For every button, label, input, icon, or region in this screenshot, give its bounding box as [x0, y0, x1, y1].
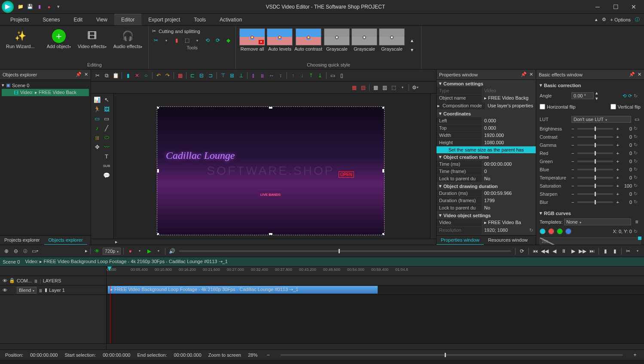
tl-zoom-in-icon[interactable]: ⊕	[3, 247, 10, 255]
fx-green-slider[interactable]	[577, 161, 613, 162]
prop-time-ms[interactable]: Time (ms)00:00:00.000	[436, 161, 536, 168]
move-icon[interactable]: ✥	[93, 143, 101, 151]
prop-top[interactable]: Top0.000	[436, 124, 536, 132]
slider-plus[interactable]: +	[617, 159, 619, 164]
prop-dur-frames[interactable]: Duration (frames)1799	[436, 197, 536, 204]
rgb-curves-header[interactable]: ▾RGB curves	[540, 209, 641, 217]
trim-icon[interactable]: ▮	[173, 36, 180, 44]
timeline-hscroll[interactable]	[107, 344, 644, 349]
volume-slider[interactable]	[179, 250, 511, 252]
slider-minus[interactable]: −	[571, 183, 574, 188]
templates-dropdown[interactable]: None	[564, 218, 631, 225]
fx-gamma-slider[interactable]	[577, 144, 613, 146]
rect-icon[interactable]: ▭	[102, 114, 111, 123]
panel-close-icon[interactable]: ✕	[84, 72, 88, 77]
tl-zoom-out-icon[interactable]: ⊖	[12, 247, 20, 255]
audio-effects-button[interactable]: 🎧 Audio effects	[111, 28, 145, 61]
paste-icon[interactable]: 📋	[112, 72, 119, 79]
angle-reset-icon[interactable]: ↻	[634, 93, 641, 99]
tab-properties-window[interactable]: Properties window	[436, 236, 484, 245]
move-down-icon[interactable]: ↓	[298, 72, 306, 79]
view-group-icon[interactable]: ▦	[350, 84, 358, 91]
align-top-icon[interactable]: ⊤	[219, 72, 227, 79]
tab-resources-window[interactable]: Resources window	[484, 236, 532, 245]
redo-icon[interactable]: ↷	[164, 72, 171, 79]
play-dropdown[interactable]	[155, 247, 162, 255]
vflip-checkbox[interactable]: Vertical flip	[610, 104, 641, 109]
panel-close-icon[interactable]: ✕	[529, 72, 533, 77]
ungroup-icon[interactable]: ▯	[338, 72, 345, 79]
sprite-icon[interactable]: 🏃	[93, 105, 101, 113]
slider-minus[interactable]: −	[571, 159, 574, 164]
style-auto-levels[interactable]: Auto levels	[267, 28, 293, 61]
hflip-checkbox[interactable]: Horizontal flip	[540, 104, 576, 109]
slider-minus[interactable]: −	[571, 191, 574, 197]
style-grayscale-2[interactable]: Grayscale	[351, 28, 377, 61]
razor-icon[interactable]: ✂	[152, 36, 160, 44]
fx-saturation-slider[interactable]	[577, 185, 613, 187]
sel-all-icon[interactable]: ▦	[176, 72, 184, 79]
slider-plus[interactable]: +	[617, 191, 619, 197]
prop-left[interactable]: Left0.000	[436, 117, 536, 124]
angle-spinner[interactable]: ▴▾	[595, 90, 598, 101]
close-button[interactable]: ✕	[625, 1, 642, 13]
fx-red-reset-icon[interactable]: ↻	[634, 150, 641, 156]
slider-minus[interactable]: −	[571, 126, 574, 131]
align-middle-icon[interactable]: ⊞	[228, 72, 236, 79]
composition-label[interactable]: COM...	[17, 278, 32, 283]
canvas-collapse-icon[interactable]: ▸	[113, 239, 119, 245]
prop-dur-ms[interactable]: Duration (ms)00:00:59.966	[436, 190, 536, 197]
tab-objects-explorer[interactable]: Objects explorer	[44, 236, 87, 245]
qat-rec-icon[interactable]: ●	[46, 3, 52, 10]
tree-video-row[interactable]: 🎞 Video: ▸ FREE Video Back	[2, 89, 89, 96]
fx-sharpen-reset-icon[interactable]: ↻	[634, 191, 641, 197]
slider-plus[interactable]: +	[617, 183, 619, 188]
rgb-channel-blue[interactable]	[565, 228, 571, 234]
play2-icon[interactable]: ▶	[569, 247, 577, 255]
menu-editor[interactable]: Editor	[114, 14, 141, 25]
rec-icon[interactable]: ●	[126, 247, 134, 255]
eye-col-icon[interactable]: 👁	[3, 278, 7, 283]
video-settings-header[interactable]: ▾Video object settings	[436, 212, 536, 219]
slider-plus[interactable]: +	[617, 167, 619, 172]
tree-scene-row[interactable]: ▾ ▣ Scene 0	[2, 82, 89, 89]
scene-tab[interactable]: Scene 0	[3, 259, 25, 264]
fx-sharpen-slider[interactable]	[577, 193, 613, 195]
styles-scroll-down[interactable]: ▾	[408, 46, 416, 54]
tl-expand-icon[interactable]: ▸	[85, 248, 88, 254]
pin-icon[interactable]: 📌	[76, 72, 82, 77]
slider-minus[interactable]: −	[571, 134, 574, 140]
prop-object-name[interactable]: Object name▸ FREE Video Backg	[436, 94, 536, 102]
preview-eye-icon[interactable]: 👁	[93, 247, 101, 255]
marker1-icon[interactable]: ▮	[601, 247, 609, 255]
tl-view-icon[interactable]: ▭	[31, 247, 39, 255]
canvas-vscroll[interactable]	[430, 94, 436, 239]
image-icon[interactable]: 🖼	[102, 105, 111, 113]
menu-edit[interactable]: Edit	[67, 14, 89, 25]
safe-area-icon[interactable]: ⬚	[390, 84, 397, 91]
line-icon[interactable]: ╱	[102, 124, 111, 132]
align-left-icon[interactable]: ⊏	[189, 72, 196, 79]
slider-plus[interactable]: +	[617, 175, 619, 180]
style-remove-all[interactable]: ✕Remove all	[239, 28, 265, 61]
move-up-icon[interactable]: ↑	[289, 72, 297, 79]
fx-green-reset-icon[interactable]: ↻	[634, 158, 641, 164]
zoom-out-icon[interactable]: −	[264, 351, 272, 359]
stabilize-icon[interactable]: ◆	[224, 36, 232, 44]
fx-red-slider[interactable]	[577, 152, 613, 154]
fx-brightness-slider[interactable]	[577, 128, 613, 130]
layer-opts-icon[interactable]: ▮	[45, 287, 47, 293]
menu-view[interactable]: View	[89, 14, 114, 25]
qat-doc-icon[interactable]: ▮	[36, 3, 43, 10]
same-size-button[interactable]: Set the same size as the parent has	[436, 146, 536, 153]
fx-brightness-reset-icon[interactable]: ↻	[634, 126, 641, 131]
canvas-hscroll[interactable]	[119, 239, 436, 245]
minimize-button[interactable]: ─	[589, 1, 606, 13]
dist-v-icon[interactable]: ⫼	[259, 72, 266, 79]
basic-correction-header[interactable]: ▾Basic correction	[540, 82, 641, 89]
step-back-icon[interactable]: ◀	[550, 247, 558, 255]
slider-minus[interactable]: −	[571, 167, 574, 172]
audio-obj-icon[interactable]: ♪	[93, 124, 101, 132]
preview-res-dropdown[interactable]: 720p	[103, 248, 121, 255]
subtitle-icon[interactable]: SUB	[102, 161, 111, 170]
